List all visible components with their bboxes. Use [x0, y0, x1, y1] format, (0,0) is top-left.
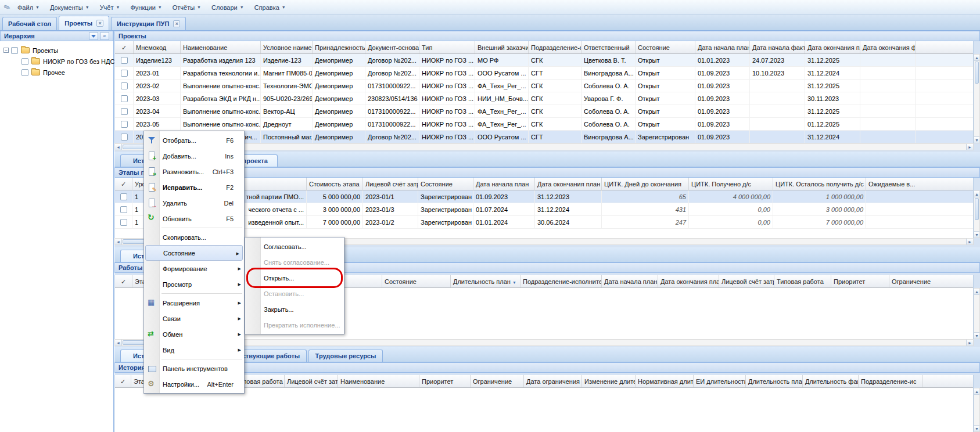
table-row[interactable]: 2023-05Выполнение опытно-конс...Дредноут…	[115, 118, 973, 131]
column-header[interactable]	[922, 375, 973, 388]
menu-item[interactable]: Согласовать...	[245, 239, 344, 254]
row-checkbox[interactable]	[120, 193, 127, 200]
menu-item[interactable]: Добавить...Ins	[144, 148, 244, 164]
table-row[interactable]: Изделие123Разработка изделия 123Изделие-…	[115, 54, 973, 67]
scroll-left-icon[interactable]: ◄	[115, 340, 122, 345]
row-checkbox[interactable]	[121, 70, 128, 77]
menu-item[interactable]: Расширения▶	[144, 295, 244, 311]
column-header[interactable]: Состояние	[418, 178, 473, 190]
scroll-right-icon[interactable]: ►	[966, 340, 973, 345]
column-header[interactable]: ✓	[115, 41, 134, 54]
main-tab[interactable]: Инструкции ПУП×	[111, 17, 186, 30]
menu-item[interactable]: Связи▶	[144, 311, 244, 326]
column-header[interactable]: Ожидаемые в...	[866, 178, 973, 190]
menu-item[interactable]: Исправить...F2	[144, 179, 244, 195]
column-header[interactable]: Стоимость этапа	[307, 178, 363, 190]
column-header[interactable]: Дата начала план.	[602, 275, 658, 288]
scroll-left-icon[interactable]: ◄	[115, 144, 122, 150]
column-header[interactable]: ЕИ длительности	[694, 375, 746, 388]
scroll-up-icon[interactable]: ▲	[974, 289, 979, 295]
scroll-up-icon[interactable]: ▲	[974, 55, 979, 61]
column-header[interactable]: Дата ограничения	[524, 375, 582, 388]
column-header[interactable]: Подразделение-от	[529, 41, 581, 54]
projects-vscrollbar[interactable]: ▲ ▼	[974, 54, 980, 143]
tree-expander-icon[interactable]: −	[3, 48, 9, 53]
main-tab[interactable]: Проекты×	[59, 16, 109, 30]
menu-item[interactable]: Отобрать...F6	[144, 132, 244, 148]
column-header[interactable]: Дата окончания ф	[860, 41, 916, 54]
tree-checkbox[interactable]	[21, 58, 28, 65]
column-header[interactable]: Состояние	[636, 41, 695, 54]
tree-item[interactable]: −Проекты	[0, 45, 113, 56]
scroll-down-icon[interactable]: ▼	[974, 231, 979, 237]
column-header[interactable]: Внешний заказчик	[475, 41, 529, 54]
column-header[interactable]: ЦИТК. Дней до окончания	[602, 178, 689, 190]
tree-checkbox[interactable]	[21, 69, 28, 76]
menubar-item[interactable]: Отчёты▼	[167, 2, 206, 13]
column-header[interactable]: Дата окончания план	[535, 178, 602, 190]
column-header[interactable]: Приоритет	[419, 375, 471, 388]
menubar-item[interactable]: Файл▼	[12, 2, 45, 13]
row-checkbox[interactable]	[120, 219, 127, 226]
column-header[interactable]: Принадлежность	[313, 41, 365, 54]
column-header[interactable]: Документ-основан	[365, 41, 419, 54]
menubar-item[interactable]: Документы▼	[45, 2, 95, 13]
column-header[interactable]: Наименование	[181, 41, 261, 54]
menu-item[interactable]: Прекратить исполнение...	[245, 317, 344, 333]
column-header[interactable]: Дата начала факт	[750, 41, 805, 54]
column-header[interactable]: Дата окончания пл	[805, 41, 860, 54]
column-header[interactable]: Ответственный	[581, 41, 636, 54]
works-vscrollbar[interactable]: ▲ ▼	[974, 288, 980, 339]
main-tab[interactable]: Рабочий стол	[2, 17, 57, 30]
column-header[interactable]: Нормативная длит	[636, 375, 694, 388]
column-header[interactable]: Лицевой счёт затрат	[363, 178, 418, 190]
row-checkbox[interactable]	[120, 206, 127, 213]
tree-item[interactable]: Прочее	[0, 67, 113, 78]
column-header[interactable]: ЦИТК. Осталось получить д/с	[773, 178, 866, 190]
tree-item[interactable]: НИОКР по ГОЗ без НДС	[0, 56, 113, 67]
row-checkbox[interactable]	[121, 57, 128, 64]
menu-item[interactable]: Размножить...Ctrl+F3	[144, 164, 244, 179]
column-header[interactable]: Приоритет	[831, 275, 889, 288]
tree-checkbox[interactable]	[11, 47, 18, 54]
column-header[interactable]: Лицевой счёт затр	[719, 275, 774, 288]
column-header[interactable]: Длительность пла	[746, 375, 803, 388]
column-header[interactable]: ✓	[115, 178, 132, 190]
scroll-left-icon[interactable]: ◄	[115, 239, 122, 244]
column-header[interactable]: ЦИТК. Получено д/с	[689, 178, 773, 190]
menubar-item[interactable]: Справка▼	[249, 2, 291, 13]
menu-item[interactable]: Просмотр▶	[144, 276, 244, 292]
column-header[interactable]: Типовая работа	[774, 275, 831, 288]
table-row[interactable]: 2023-04Выполнение опытно-конс...Вектор-А…	[115, 105, 973, 118]
scroll-down-icon[interactable]: ▼	[974, 425, 979, 431]
menu-item[interactable]: Вид▶	[144, 342, 244, 358]
scroll-up-icon[interactable]: ▲	[974, 388, 979, 395]
column-header[interactable]: Тип	[419, 41, 475, 54]
bottom-vscrollbar[interactable]: ▲ ▼	[974, 388, 980, 432]
collapse-panel-icon[interactable]: «	[100, 32, 109, 40]
scroll-right-icon[interactable]: ►	[966, 144, 973, 150]
column-header[interactable]: ✓	[115, 275, 132, 288]
stages-vscrollbar[interactable]: ▲ ▼	[974, 190, 980, 238]
column-header[interactable]: Мнемокод	[134, 41, 181, 54]
menu-item[interactable]: Формирование▶	[144, 261, 244, 276]
column-header[interactable]: Подразделение-исполнитель..	[520, 275, 602, 288]
scroll-thumb[interactable]	[975, 62, 979, 84]
menu-item[interactable]: УдалитьDel	[144, 195, 244, 211]
column-header[interactable]: Длительность план▼	[451, 275, 520, 288]
column-header[interactable]: Дата начала план	[473, 178, 535, 190]
scroll-right-icon[interactable]: ►	[966, 239, 973, 244]
menu-item[interactable]: Панель инструментов	[144, 361, 244, 376]
menu-item[interactable]: Настройки...Alt+Enter	[144, 376, 244, 392]
menu-item[interactable]: Остановить...	[245, 286, 344, 301]
column-header[interactable]	[916, 41, 973, 54]
column-header[interactable]: Подразделение-ис	[859, 375, 922, 388]
scroll-down-icon[interactable]: ▼	[974, 332, 979, 339]
column-header[interactable]: Лицевой счёт затр	[285, 375, 338, 388]
menubar-item[interactable]: Функции▼	[125, 2, 167, 13]
column-header[interactable]: Ограничение	[889, 275, 973, 288]
menu-item[interactable]: Скопировать...	[144, 229, 244, 245]
column-header[interactable]: Условное наименова	[261, 41, 313, 54]
column-header[interactable]: Дата окончания план	[658, 275, 719, 288]
menu-item[interactable]: Состояние▶	[145, 245, 243, 261]
